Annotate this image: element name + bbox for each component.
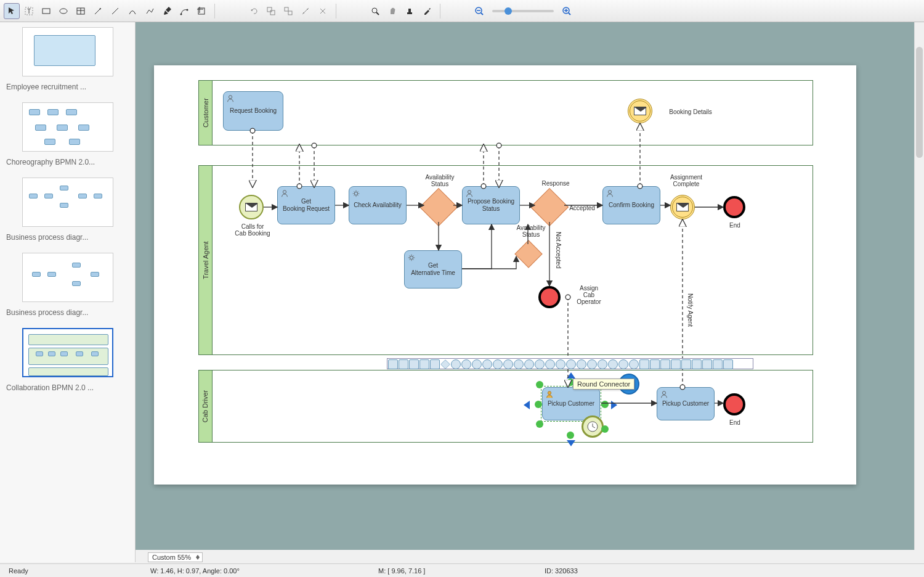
shape-option[interactable]	[409, 359, 419, 369]
label-end1: End	[726, 222, 744, 229]
shape-option[interactable]	[430, 359, 440, 369]
page-thumb-0[interactable]: Employee recruitment ...	[6, 27, 129, 96]
diagram-page[interactable]: Customer Request Booking Booking Details…	[154, 65, 856, 485]
zoom-slider[interactable]	[492, 10, 554, 12]
event-start-calls[interactable]	[239, 195, 264, 219]
align-tool[interactable]	[298, 3, 314, 19]
stamp-tool[interactable]	[402, 3, 418, 19]
zoom-in-button[interactable]	[559, 3, 575, 19]
shape-option[interactable]	[702, 359, 712, 369]
text-tool[interactable]: T	[21, 3, 37, 19]
segment-tool[interactable]	[142, 3, 158, 19]
crop-tool[interactable]	[193, 3, 209, 19]
shape-option[interactable]	[681, 359, 691, 369]
shape-option[interactable]	[629, 359, 639, 369]
shape-option[interactable]	[608, 359, 618, 369]
group-tool[interactable]	[263, 3, 279, 19]
distribute-tool[interactable]	[315, 3, 331, 19]
task-request-booking[interactable]: Request Booking	[223, 91, 283, 131]
shape-option[interactable]	[524, 359, 534, 369]
shape-option[interactable]	[639, 359, 649, 369]
shape-option[interactable]	[618, 359, 628, 369]
svg-rect-14	[267, 7, 272, 12]
zoom-select[interactable]: Custom 55%	[148, 552, 203, 562]
event-booking-details[interactable]	[628, 99, 652, 123]
task-confirm-booking[interactable]: Confirm Booking	[602, 186, 660, 224]
task-get-alt[interactable]: Get Alternative Time	[404, 250, 462, 288]
shape-option[interactable]	[713, 359, 723, 369]
shape-option[interactable]	[556, 359, 565, 369]
canvas-area[interactable]: Customer Request Booking Booking Details…	[136, 22, 924, 550]
event-assign-complete[interactable]	[670, 195, 695, 219]
table-tool[interactable]	[73, 3, 89, 19]
zoom-area-tool[interactable]	[367, 3, 383, 19]
event-timer-boundary[interactable]	[582, 415, 604, 438]
shape-option[interactable]	[535, 359, 545, 369]
shape-option[interactable]	[545, 359, 555, 369]
shape-option[interactable]	[399, 359, 408, 369]
user-icon	[545, 390, 554, 399]
shape-option[interactable]	[514, 359, 524, 369]
event-end-notaccepted[interactable]	[538, 286, 561, 308]
task-pickup-2[interactable]: Pickup Customer	[657, 387, 715, 420]
label-assign-cab: Assign Cab Operator	[572, 285, 606, 305]
ungroup-tool[interactable]	[280, 3, 296, 19]
event-end-agent[interactable]	[723, 196, 745, 218]
pen-tool[interactable]	[159, 3, 175, 19]
label-calls-for: Calls for Cab Booking	[232, 223, 274, 237]
pool-customer[interactable]: Customer	[198, 80, 813, 145]
pages-sidebar[interactable]: Employee recruitment ... Choreography BP…	[0, 22, 136, 562]
pan-tool[interactable]	[384, 3, 400, 19]
pool-cab-driver[interactable]: Cab Driver	[198, 370, 813, 443]
line-tool[interactable]	[107, 3, 123, 19]
pointer-tool[interactable]	[4, 3, 20, 19]
label-booking-details: Booking Details	[663, 108, 718, 115]
shape-option[interactable]	[692, 359, 702, 369]
svg-line-22	[376, 12, 379, 15]
page-thumb-3[interactable]: Business process diagr...	[6, 253, 129, 322]
shape-option[interactable]	[503, 359, 513, 369]
reshape-tool[interactable]	[176, 3, 192, 19]
shape-option[interactable]	[388, 359, 398, 369]
shape-option[interactable]	[451, 359, 461, 369]
lane-label-agent: Travel Agent	[202, 241, 209, 279]
status-ready: Ready	[0, 567, 142, 575]
page-thumb-1[interactable]: Choreography BPMN 2.0...	[6, 102, 129, 171]
connector-tool[interactable]	[90, 3, 106, 19]
page-thumb-2[interactable]: Business process diagr...	[6, 178, 129, 247]
envelope-icon	[245, 203, 257, 211]
label-avail-status: Availability Status	[418, 174, 462, 187]
shape-option[interactable]	[650, 359, 660, 369]
undo-tool[interactable]	[246, 3, 262, 19]
shape-option[interactable]	[440, 359, 450, 369]
shape-option[interactable]	[419, 359, 429, 369]
shape-option[interactable]	[482, 359, 492, 369]
smart-shape-bar[interactable]	[387, 358, 753, 369]
status-id: ID: 320633	[536, 567, 586, 575]
shape-option[interactable]	[723, 359, 733, 369]
curve-tool[interactable]	[124, 3, 140, 19]
ellipse-tool[interactable]	[55, 3, 71, 19]
shape-option[interactable]	[587, 359, 597, 369]
event-end-driver[interactable]	[723, 393, 745, 415]
eyedrop-tool[interactable]	[419, 3, 435, 19]
shape-option[interactable]	[577, 359, 586, 369]
shape-option[interactable]	[472, 359, 482, 369]
svg-rect-17	[288, 11, 292, 15]
gear-icon	[407, 253, 416, 262]
svg-point-42	[662, 391, 665, 395]
task-get-request[interactable]: Get Booking Request	[277, 186, 335, 224]
shape-option[interactable]	[598, 359, 607, 369]
page-thumb-4[interactable]: Collaboration BPMN 2.0 ...	[6, 328, 129, 397]
shape-option[interactable]	[566, 359, 576, 369]
shape-option[interactable]	[671, 359, 681, 369]
shape-option[interactable]	[461, 359, 471, 369]
rect-tool[interactable]	[38, 3, 54, 19]
main-toolbar: T	[0, 0, 924, 22]
shape-option[interactable]	[493, 359, 503, 369]
zoom-out-button[interactable]	[471, 3, 487, 19]
shape-option[interactable]	[660, 359, 670, 369]
vertical-scrollbar[interactable]	[914, 22, 924, 550]
task-check-avail[interactable]: Check Availability	[349, 186, 407, 224]
task-propose-status[interactable]: Propose Booking Status	[462, 186, 520, 224]
